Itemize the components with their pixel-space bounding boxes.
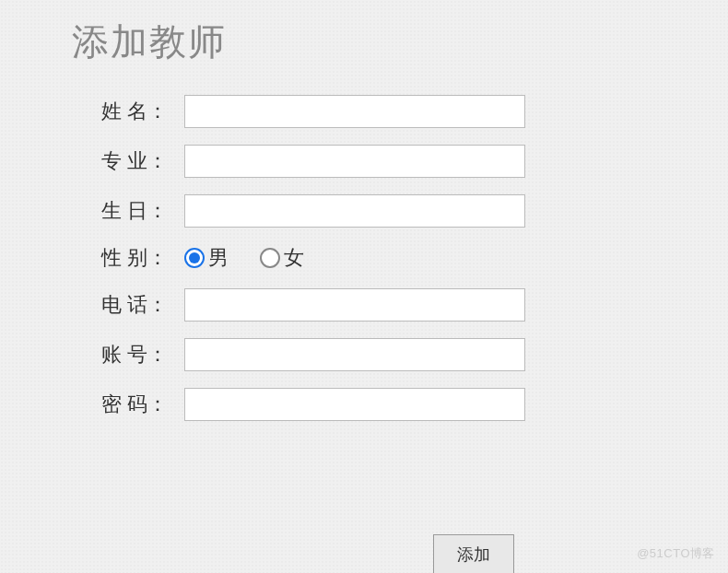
account-input[interactable]	[184, 338, 525, 371]
add-button[interactable]: 添加	[433, 534, 514, 573]
password-input[interactable]	[184, 388, 525, 421]
gender-male-radio[interactable]: 男	[184, 244, 229, 272]
gender-female-radio[interactable]: 女	[260, 244, 304, 272]
name-row: 姓名	[101, 95, 728, 128]
birthday-input[interactable]	[184, 194, 525, 228]
major-label: 专业	[101, 147, 184, 175]
phone-input[interactable]	[184, 288, 525, 322]
account-label: 账号	[101, 341, 184, 368]
name-label: 姓名	[101, 98, 184, 125]
major-row: 专业	[101, 145, 728, 178]
password-label: 密码	[101, 391, 184, 418]
gender-radio-group: 男 女	[184, 244, 304, 272]
name-input[interactable]	[184, 95, 525, 128]
password-row: 密码	[101, 388, 728, 421]
radio-icon	[260, 248, 280, 268]
submit-area: 添加	[433, 534, 514, 573]
account-row: 账号	[101, 338, 728, 371]
gender-label: 性别	[101, 244, 184, 272]
birthday-label: 生日	[101, 197, 184, 225]
gender-row: 性别 男 女	[101, 244, 728, 272]
page-title: 添加教师	[72, 17, 728, 67]
gender-female-label: 女	[284, 244, 304, 272]
add-teacher-form: 姓名 专业 生日 性别 男 女 电话 账号 密码	[101, 95, 728, 421]
phone-row: 电话	[101, 288, 728, 322]
radio-icon	[184, 248, 205, 268]
watermark: @51CTO博客	[637, 545, 715, 562]
phone-label: 电话	[101, 291, 184, 319]
major-input[interactable]	[184, 145, 525, 178]
gender-male-label: 男	[208, 244, 229, 272]
birthday-row: 生日	[101, 194, 728, 228]
